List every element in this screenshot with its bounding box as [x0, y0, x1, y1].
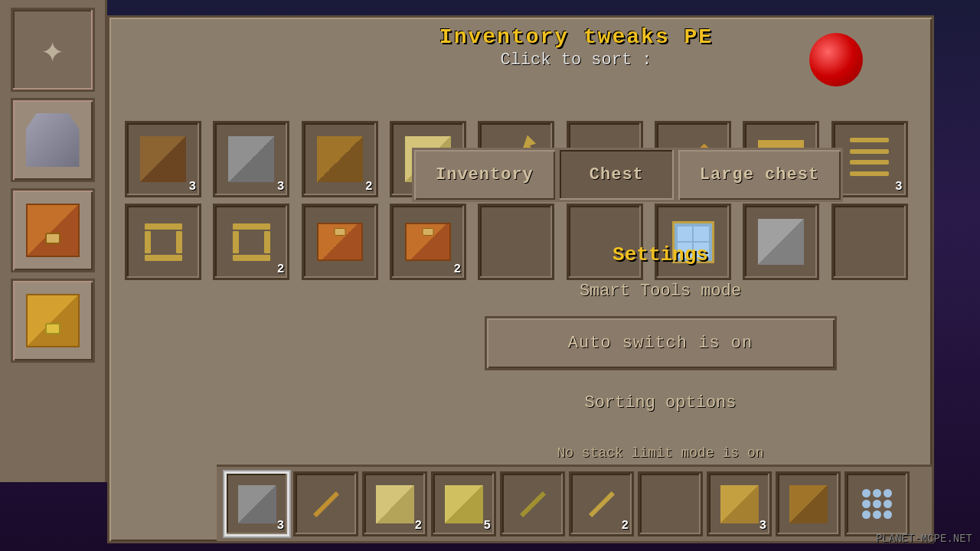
settings-section: Settings Smart Tools mode Auto switch is…: [412, 243, 909, 412]
sidebar-btn-chest2[interactable]: [11, 279, 95, 363]
hotbar-cell-2[interactable]: 2: [362, 471, 427, 536]
grid-cell[interactable]: 3: [125, 121, 201, 197]
hotbar-cell-1[interactable]: [293, 471, 358, 536]
sort-large-chest-button[interactable]: Large chest: [676, 148, 843, 202]
sort-inventory-button[interactable]: Inventory: [412, 148, 557, 202]
main-container: Inventory tweaks PE Click to sort : 3 3 …: [107, 15, 934, 543]
hotbar-cell-3[interactable]: 5: [431, 471, 496, 536]
grid-cell[interactable]: 3: [213, 121, 289, 197]
sort-chest-button[interactable]: Chest: [557, 148, 676, 202]
watermark: PLANET-MCPE.NET: [876, 533, 972, 545]
sorting-options-label: Sorting options: [412, 393, 909, 412]
settings-title: Settings: [412, 243, 909, 266]
sidebar-btn-crafting[interactable]: ✦: [11, 8, 95, 92]
sidebar-btn-chest[interactable]: [11, 188, 95, 272]
hotbar-cell-8[interactable]: [776, 471, 841, 536]
hotbar-cell-5[interactable]: 2: [569, 471, 634, 536]
hotbar-cell-0[interactable]: 3: [224, 471, 289, 536]
grid-cell[interactable]: 2: [213, 204, 289, 280]
grid-cell[interactable]: [302, 204, 378, 280]
auto-switch-button[interactable]: Auto switch is on: [485, 316, 837, 370]
bottom-notice: No stack limit mode is on: [412, 445, 909, 461]
grid-cell[interactable]: [125, 204, 201, 280]
sidebar: ✦: [0, 0, 107, 482]
hotbar: 3 2 5 2: [217, 465, 932, 541]
hotbar-cell-7[interactable]: 3: [707, 471, 772, 536]
grid-cell[interactable]: 2: [302, 121, 378, 197]
hotbar-cell-4[interactable]: [500, 471, 565, 536]
hotbar-cell-9[interactable]: [844, 471, 910, 536]
red-ball-icon: [809, 33, 863, 86]
sidebar-btn-armor[interactable]: [11, 98, 95, 182]
smart-tools-label: Smart Tools mode: [412, 282, 909, 301]
hotbar-cell-6[interactable]: [638, 471, 703, 536]
sort-dropdown: Inventory Chest Large chest: [412, 148, 843, 202]
